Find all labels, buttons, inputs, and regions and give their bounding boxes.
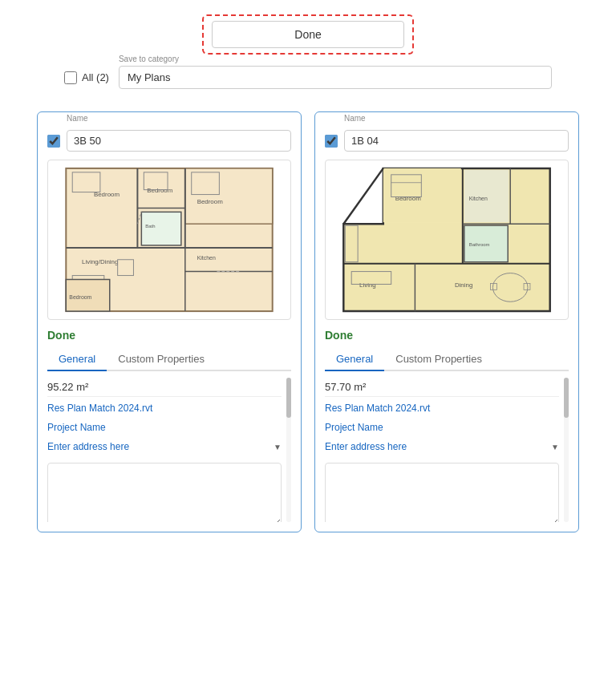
prop-address-text-2: Enter address here [325, 441, 407, 452]
prop-notes-1[interactable] [47, 463, 282, 522]
card-checkbox-2[interactable] [325, 135, 338, 148]
category-input[interactable] [119, 66, 552, 89]
scroll-thumb-1 [286, 378, 291, 418]
all-checkbox-label[interactable]: All (2) [64, 71, 109, 84]
card-done-link-2[interactable]: Done [325, 329, 353, 342]
category-label: Save to category [119, 55, 179, 63]
svg-text:Kitchen: Kitchen [469, 196, 488, 201]
svg-text:Living: Living [359, 281, 376, 289]
card-name-label-2: Name [344, 114, 366, 123]
svg-text:Bath: Bath [145, 224, 155, 229]
card-tab-general-1[interactable]: General [47, 348, 107, 371]
all-checkbox[interactable] [64, 71, 77, 84]
properties-scroll-1[interactable]: 95.22 m² Res Plan Match 2024.rvt Project… [47, 378, 285, 522]
svg-text:Bathroom: Bathroom [469, 242, 490, 247]
card-tab-general-2[interactable]: General [325, 348, 384, 371]
address-dropdown-arrow-1[interactable]: ▼ [274, 443, 282, 451]
address-dropdown-arrow-2[interactable]: ▼ [551, 443, 559, 451]
prop-size-2: 57.70 m² [325, 378, 559, 397]
card-name-input-1[interactable] [67, 130, 291, 152]
card-done-link-1[interactable]: Done [47, 329, 75, 342]
prop-address-text-1: Enter address here [47, 441, 129, 452]
svg-text:Bedroom: Bedroom [197, 198, 223, 205]
card-checkbox-1[interactable] [47, 135, 60, 148]
floor-plan-1: Bedroom Bedroom Bedroom Living/Dining Ki… [47, 160, 291, 320]
properties-scroll-2[interactable]: 57.70 m² Res Plan Match 2024.rvt Project… [325, 378, 562, 522]
top-done-button[interactable]: Done [212, 21, 404, 48]
card-tabs-2: General Custom Properties [325, 348, 569, 371]
prop-notes-2[interactable] [325, 463, 559, 522]
prop-area-1: 95.22 m² Res Plan Match 2024.rvt Project… [47, 378, 282, 522]
svg-line-46 [343, 168, 383, 224]
svg-text:Kitchen: Kitchen [197, 255, 216, 261]
cards-container: Name [0, 103, 616, 548]
plan-card-1: Name [37, 111, 302, 532]
card-header-2: Name [325, 122, 569, 152]
scroll-thumb-2 [564, 378, 569, 418]
prop-file-1: Res Plan Match 2024.rvt [47, 400, 282, 416]
prop-address-row-2[interactable]: Enter address here ▼ [325, 439, 559, 455]
card-name-label-1: Name [67, 114, 88, 123]
svg-text:Bedroom: Bedroom [69, 294, 91, 300]
card-tabs-1: General Custom Properties [47, 348, 291, 371]
svg-rect-2 [185, 168, 273, 224]
prop-address-row-1[interactable]: Enter address here ▼ [47, 439, 282, 455]
prop-area-2: 57.70 m² Res Plan Match 2024.rvt Project… [325, 378, 559, 522]
svg-text:Living/Dining: Living/Dining [82, 258, 118, 265]
properties-area-2: 57.70 m² Res Plan Match 2024.rvt Project… [325, 378, 569, 522]
all-label: All (2) [82, 71, 109, 83]
card-name-wrapper-2: Name [344, 130, 569, 152]
plan-card-2: Name [314, 111, 579, 532]
prop-project-1: Project Name [47, 419, 282, 435]
scroll-track-2 [562, 378, 569, 522]
card-tab-custom-2[interactable]: Custom Properties [384, 348, 493, 371]
top-done-section: Done [0, 0, 616, 63]
category-field-wrapper: Save to category [119, 66, 552, 89]
prop-project-2: Project Name [325, 419, 559, 435]
scroll-track-1 [285, 378, 291, 522]
prop-file-2: Res Plan Match 2024.rvt [325, 400, 559, 416]
card-name-input-2[interactable] [344, 130, 569, 152]
card-header-1: Name [47, 122, 291, 152]
card-tab-custom-1[interactable]: Custom Properties [107, 348, 216, 371]
card-name-wrapper-1: Name [67, 130, 291, 152]
properties-area-1: 95.22 m² Res Plan Match 2024.rvt Project… [47, 378, 291, 522]
svg-text:Bedroom: Bedroom [395, 195, 421, 202]
svg-text:Bedroom: Bedroom [94, 191, 120, 198]
svg-text:Dining: Dining [455, 281, 472, 289]
done-button-dashed-wrapper: Done [202, 14, 414, 55]
prop-size-1: 95.22 m² [47, 378, 282, 397]
floor-plan-2: Bedroom Kitchen Living Dining Bathroom [325, 160, 569, 320]
